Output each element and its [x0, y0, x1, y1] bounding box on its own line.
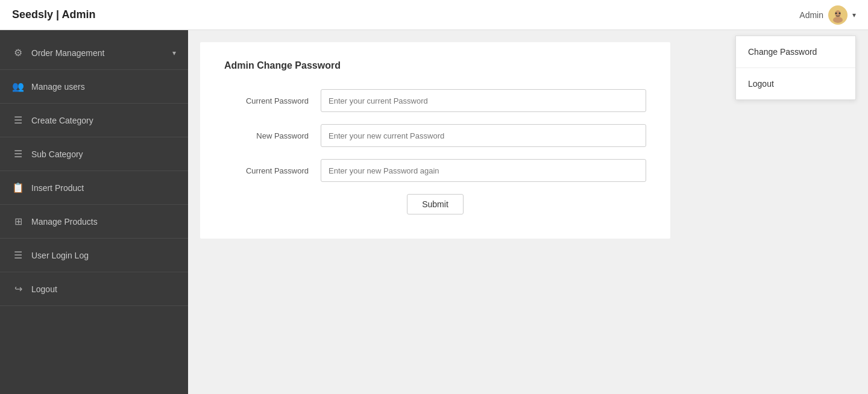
sidebar-item-sub-category[interactable]: ☰ Sub Category — [0, 137, 188, 171]
sidebar-item-logout[interactable]: ↪ Logout — [0, 272, 188, 306]
header: Seedsly | Admin Admin ▾ Change Password … — [0, 0, 868, 30]
users-icon: 👥 — [12, 81, 24, 92]
submit-row: Submit — [224, 194, 646, 214]
svg-point-4 — [839, 12, 841, 14]
change-password-card: Admin Change Password Current Password N… — [200, 42, 670, 239]
form-title: Admin Change Password — [224, 60, 646, 71]
sidebar-label-manage-products: Manage Products — [31, 217, 98, 227]
dropdown-change-password[interactable]: Change Password — [736, 36, 855, 68]
list-icon: ☰ — [12, 114, 24, 126]
sidebar-label-order-management: Order Management — [31, 48, 104, 58]
sidebar-label-insert-product: Insert Product — [31, 183, 84, 193]
sidebar-label-manage-users: Manage users — [31, 82, 85, 92]
new-password-row: New Password — [224, 124, 646, 147]
chevron-down-icon: ▾ — [852, 11, 856, 19]
svg-point-2 — [833, 17, 843, 23]
sidebar-item-insert-product[interactable]: 📋 Insert Product — [0, 171, 188, 205]
current-password-label: Current Password — [224, 96, 321, 105]
confirm-password-label: Current Password — [224, 166, 321, 175]
gear-icon: ⚙ — [12, 47, 24, 58]
sidebar-item-user-login-log[interactable]: ☰ User Login Log — [0, 239, 188, 272]
log-icon: ☰ — [12, 249, 24, 261]
logout-icon: ↪ — [12, 283, 24, 295]
new-password-label: New Password — [224, 131, 321, 140]
admin-label: Admin — [799, 10, 823, 20]
sidebar-label-create-category: Create Category — [31, 116, 93, 125]
sidebar-label-user-login-log: User Login Log — [31, 251, 89, 260]
avatar — [828, 5, 848, 25]
confirm-password-input[interactable] — [321, 159, 646, 182]
current-password-row: Current Password — [224, 89, 646, 112]
sidebar-item-manage-products[interactable]: ⊞ Manage Products — [0, 205, 188, 239]
dropdown-logout[interactable]: Logout — [736, 68, 855, 99]
submit-button[interactable]: Submit — [407, 194, 464, 214]
sidebar-label-logout: Logout — [31, 284, 57, 294]
chevron-down-icon: ▾ — [172, 49, 176, 57]
sidebar: ⚙ Order Management ▾ 👥 Manage users ☰ Cr… — [0, 30, 188, 394]
sidebar-label-sub-category: Sub Category — [31, 149, 83, 159]
user-menu-trigger[interactable]: Admin ▾ Change Password Logout — [799, 5, 856, 25]
app-title: Seedsly | Admin — [12, 8, 95, 21]
sidebar-item-create-category[interactable]: ☰ Create Category — [0, 104, 188, 137]
grid-icon: ⊞ — [12, 216, 24, 227]
user-dropdown: Change Password Logout — [735, 36, 856, 100]
avatar-image — [829, 7, 846, 23]
list-icon: ☰ — [12, 148, 24, 160]
sidebar-item-manage-users[interactable]: 👥 Manage users — [0, 70, 188, 104]
current-password-input[interactable] — [321, 89, 646, 112]
svg-point-3 — [835, 12, 837, 14]
sidebar-item-order-management[interactable]: ⚙ Order Management ▾ — [0, 36, 188, 70]
new-password-input[interactable] — [321, 124, 646, 147]
confirm-password-row: Current Password — [224, 159, 646, 182]
clipboard-icon: 📋 — [12, 182, 24, 193]
